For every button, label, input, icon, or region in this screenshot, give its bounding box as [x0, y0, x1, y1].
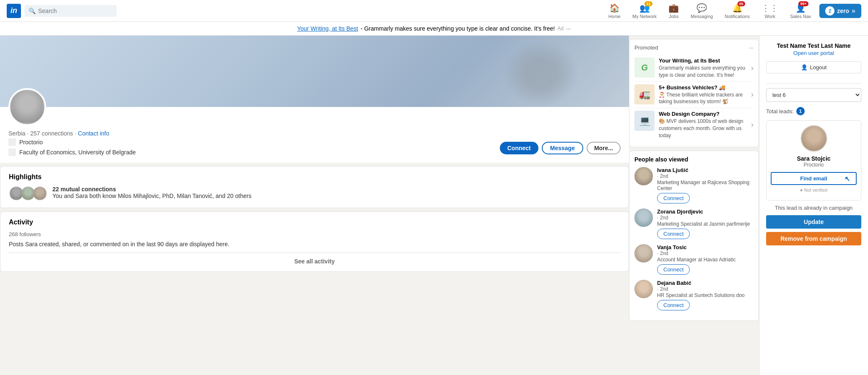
mutual-details: You and Sara both know Milos Mihajlovic,…: [52, 193, 252, 199]
education-icon: [8, 148, 16, 156]
people-viewed-title: People also viewed: [634, 156, 754, 163]
nav-items: 🏠 Home 👥11 My Network 💼 Jobs 💬 Messaging…: [603, 1, 816, 21]
highlights-title: Highlights: [9, 173, 620, 181]
nav-my-network[interactable]: 👥11 My Network: [627, 1, 662, 21]
zero-logo: Z: [825, 6, 834, 16]
open-portal-link[interactable]: Open user portal: [766, 50, 861, 56]
activity-followers: 268 followers: [9, 231, 620, 237]
nav-messaging[interactable]: 💬 Messaging: [686, 1, 718, 21]
search-input[interactable]: [38, 8, 112, 14]
total-leads-label: Total leads:: [766, 108, 794, 115]
connect-person-2[interactable]: Connect: [657, 264, 690, 275]
zero-panel-user-name: Test Name Test Last Name: [766, 42, 861, 49]
see-all-activity-link[interactable]: See all activity: [9, 253, 620, 265]
linkedin-logo: in: [7, 4, 21, 18]
activity-title: Activity: [9, 219, 620, 226]
more-button[interactable]: More...: [587, 142, 621, 154]
mutual-avatar-3: [32, 186, 47, 201]
nav-sales-nav-label: Sales Nav: [790, 14, 811, 19]
ad-banner: Your Writing, at Its Best - Grammarly ma…: [0, 22, 868, 36]
message-button[interactable]: Message: [542, 142, 583, 154]
company-icon: [8, 138, 16, 146]
search-icon: 🔍: [29, 8, 36, 14]
zero-button[interactable]: Z zero »: [819, 4, 861, 18]
search-bar[interactable]: 🔍: [24, 5, 117, 17]
nav-work[interactable]: ⋮⋮ Work: [756, 1, 783, 21]
nav-jobs-label: Jobs: [669, 14, 678, 19]
nav-jobs[interactable]: 💼 Jobs: [663, 1, 684, 21]
person-avatar-2: [634, 244, 653, 263]
profile-education: Faculty of Economics, University of Belg…: [8, 148, 136, 156]
ad-img-1: 🚛: [634, 84, 655, 104]
ad-chevron-0: ›: [751, 64, 754, 73]
ad-title-0: Your Writing, at Its Best: [659, 57, 747, 64]
nav-home-label: Home: [608, 14, 621, 19]
person-title-3: HR Specialist at Suntech Solutions doo: [657, 292, 754, 298]
profile-actions: Connect Message More...: [500, 142, 621, 156]
connect-button[interactable]: Connect: [500, 142, 538, 154]
nav-notifications[interactable]: 🔔65 Notifications: [720, 1, 755, 21]
my-network-icon: 👥11: [639, 3, 650, 13]
ad-more-options[interactable]: ···: [566, 25, 571, 32]
promoted-label: Promoted: [634, 44, 658, 51]
top-navigation: in 🔍 🏠 Home 👥11 My Network 💼 Jobs 💬 Mess…: [0, 0, 868, 22]
profile-cover-card: Serbia · 257 connections · Contact info …: [0, 36, 629, 163]
person-degree-0: · 2nd: [657, 173, 754, 179]
person-degree-3: · 2nd: [657, 286, 754, 292]
person-info-0: Ivana Ljušić · 2nd Marketing Manager at …: [657, 167, 754, 203]
person-title-2: Account Manager at Havas Adriatic: [657, 257, 754, 263]
nav-messaging-label: Messaging: [691, 14, 713, 19]
mutual-avatars: [9, 186, 47, 201]
ad-item-2[interactable]: 💻 Web Design Company? 🎨 MVF delivers 100…: [634, 108, 754, 141]
person-info-1: Zorana Djordjevic · 2nd Marketing Specia…: [657, 208, 754, 239]
person-item-3: Dejana Babić · 2nd HR Specialist at Sunt…: [634, 280, 754, 310]
campaign-select[interactable]: test 6: [766, 88, 861, 102]
ad-img-2: 💻: [634, 111, 655, 131]
remove-from-campaign-button[interactable]: Remove from campaign: [766, 232, 861, 245]
person-item-0: Ivana Ljušić · 2nd Marketing Manager at …: [634, 167, 754, 203]
promoted-more-options[interactable]: ···: [749, 44, 754, 51]
person-name-3: Dejana Babić: [657, 280, 754, 286]
lead-in-campaign-msg: This lead is already in campaign: [766, 205, 861, 211]
center-column: Serbia · 257 connections · Contact info …: [0, 36, 629, 375]
lead-avatar: [800, 125, 827, 152]
activity-card: Activity 268 followers Posts Sara create…: [0, 211, 629, 272]
ad-desc-1: 🎅 These brilliant vehicle trackers are t…: [659, 91, 747, 106]
user-icon: 👤: [801, 64, 808, 70]
profile-bottom: Serbia · 257 connections · Contact info …: [0, 88, 629, 163]
ad-item-0[interactable]: G Your Writing, at Its Best Grammarly ma…: [634, 55, 754, 82]
profile-info-row: Serbia · 257 connections · Contact info …: [8, 128, 621, 156]
logout-button[interactable]: 👤 Logout: [766, 61, 861, 73]
ad-chevron-2: ›: [751, 120, 754, 129]
ad-banner-text: - Grammarly makes sure everything you ty…: [361, 25, 555, 32]
ad-banner-link[interactable]: Your Writing, at Its Best: [297, 25, 358, 32]
update-button[interactable]: Update: [766, 215, 861, 229]
mutual-count: 22 mutual connections: [52, 186, 116, 193]
profile-company: Proctorio: [8, 138, 136, 146]
notifications-icon: 🔔65: [732, 3, 743, 13]
sales-nav-icon: 👤99+: [795, 3, 806, 13]
connect-person-1[interactable]: Connect: [657, 229, 690, 239]
nav-sales-nav[interactable]: 👤99+ Sales Nav: [785, 1, 816, 21]
person-name-1: Zorana Djordjevic: [657, 208, 754, 215]
notifications-badge: 65: [738, 1, 745, 6]
connect-person-0[interactable]: Connect: [657, 193, 690, 203]
lead-card: Sara Stojcic Proctorio Find email ↖ ● No…: [766, 120, 861, 201]
connect-person-3[interactable]: Connect: [657, 300, 690, 310]
my-network-badge: 11: [645, 1, 652, 6]
ad-chevron-1: ›: [751, 90, 754, 99]
highlights-card: Highlights 22 mutual connections You and…: [0, 166, 629, 208]
person-info-2: Vanja Tosic · 2nd Account Manager at Hav…: [657, 244, 754, 275]
ad-title-1: 5+ Business Vehicles? 🚚: [659, 84, 747, 91]
contact-info-link[interactable]: Contact info: [78, 130, 109, 137]
person-info-3: Dejana Babić · 2nd HR Specialist at Sunt…: [657, 280, 754, 310]
nav-home[interactable]: 🏠 Home: [603, 1, 626, 21]
ad-item-1[interactable]: 🚛 5+ Business Vehicles? 🚚 🎅 These brilli…: [634, 82, 754, 109]
find-email-button[interactable]: Find email ↖: [771, 172, 857, 185]
person-name-0: Ivana Ljušić: [657, 167, 754, 173]
ad-desc-2: 🎨 MVF delivers 1000s of web design custo…: [659, 118, 747, 139]
not-verified-label: ● Not verified: [771, 188, 857, 193]
ad-desc-0: Grammarly makes sure everything you type…: [659, 65, 747, 79]
lead-company: Proctorio: [771, 162, 857, 168]
home-icon: 🏠: [609, 3, 620, 13]
